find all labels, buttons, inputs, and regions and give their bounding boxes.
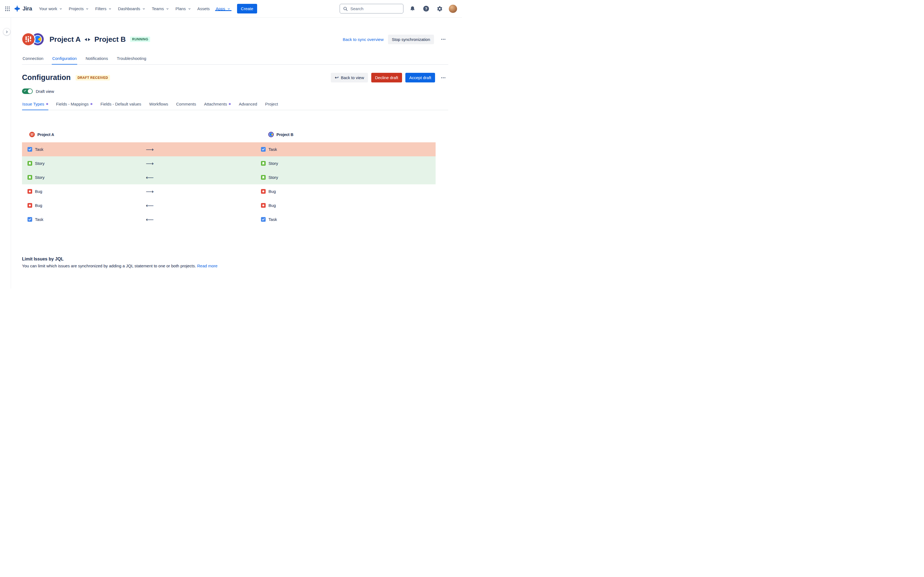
subtab-issue-types[interactable]: Issue Types <box>22 102 48 110</box>
jira-logo[interactable]: Jira <box>14 5 32 12</box>
search-icon <box>343 6 348 11</box>
nav-item-plans[interactable]: Plans <box>173 6 194 11</box>
global-search <box>339 4 404 13</box>
tab-notifications[interactable]: Notifications <box>85 56 108 64</box>
sync-more-actions-button[interactable] <box>438 35 448 44</box>
draft-view-toggle[interactable] <box>22 89 33 94</box>
settings-button[interactable] <box>435 4 444 13</box>
subtab-fields-mappings[interactable]: Fields - Mappings <box>56 102 93 110</box>
tab-label: Troubleshooting <box>117 56 146 61</box>
mapping-left-cell: Story <box>22 161 145 166</box>
subtab-label: Attachments <box>204 102 227 106</box>
issue-type-label: Bug <box>35 203 42 208</box>
search-input[interactable] <box>351 6 400 11</box>
jql-heading: Limit Issues by JQL <box>22 256 448 261</box>
subtab-fields-default-values[interactable]: Fields - Default values <box>100 102 141 110</box>
mapping-left-cell: Bug <box>22 203 145 208</box>
story-icon <box>27 175 32 180</box>
tab-connection[interactable]: Connection <box>22 56 44 64</box>
left-rail <box>0 18 11 288</box>
toggle-knob <box>28 89 32 93</box>
subtab-workflows[interactable]: Workflows <box>149 102 169 110</box>
check-icon <box>24 89 26 92</box>
jql-section: Limit Issues by JQL You can limit which … <box>22 256 448 268</box>
user-avatar[interactable] <box>449 5 457 13</box>
sync-direction-right-arrow: ⟶ <box>145 189 261 194</box>
back-to-view-button[interactable]: ↩ Back to view <box>331 73 368 82</box>
sync-direction-right-arrow: ⟶ <box>145 161 261 166</box>
subtab-label: Issue Types <box>22 102 44 106</box>
project-a-avatar <box>22 33 35 46</box>
chevron-down-icon <box>108 7 112 11</box>
sync-direction-left-arrow: ⟵ <box>145 203 261 208</box>
draft-view-label: Draft view <box>36 89 54 94</box>
subtab-advanced[interactable]: Advanced <box>238 102 257 110</box>
project-avatars <box>22 33 44 46</box>
mapping-row[interactable]: Task⟵Task <box>22 213 436 226</box>
read-more-link[interactable]: Read more <box>197 263 218 268</box>
mapping-row[interactable]: Story⟶Story <box>22 156 436 170</box>
changes-dot-icon <box>46 103 48 105</box>
issue-type-label: Task <box>35 217 44 222</box>
ellipsis-icon <box>441 75 446 81</box>
jql-description-text: You can limit which issues are synchroni… <box>22 263 196 268</box>
mapping-row[interactable]: Task⟶Task <box>22 142 436 156</box>
mapping-row[interactable]: Story⟵Story <box>22 170 436 184</box>
configuration-header: Configuration DRAFT RECEIVED ↩ Back to v… <box>22 73 448 82</box>
subtab-label: Fields - Mappings <box>56 102 89 106</box>
task-icon <box>261 147 266 152</box>
tab-configuration[interactable]: Configuration <box>52 56 77 64</box>
nav-item-assets[interactable]: Assets <box>194 6 213 11</box>
app-grid-icon <box>5 6 10 12</box>
configuration-heading: Configuration <box>22 73 71 82</box>
page-title: Project A Project B <box>50 35 126 44</box>
nav-item-filters[interactable]: Filters <box>92 6 115 11</box>
chevron-down-icon <box>187 7 191 11</box>
mapping-row[interactable]: Bug⟵Bug <box>22 198 436 213</box>
mapping-right-cell: Task <box>261 147 436 152</box>
app-switcher-button[interactable] <box>3 4 12 13</box>
help-button[interactable]: ? <box>422 4 431 13</box>
project-b-name: Project B <box>94 35 126 44</box>
changes-dot-icon <box>90 103 92 105</box>
project-a-avatar-small <box>29 132 35 137</box>
create-button[interactable]: Create <box>237 4 257 13</box>
primary-nav: Your workProjectsFiltersDashboardsTeamsP… <box>36 6 234 11</box>
decline-draft-button[interactable]: Decline draft <box>371 73 402 82</box>
nav-item-projects[interactable]: Projects <box>66 6 92 11</box>
subtab-comments[interactable]: Comments <box>176 102 196 110</box>
nav-item-label: Teams <box>152 6 164 11</box>
subtab-label: Comments <box>176 102 196 106</box>
bug-icon <box>261 203 266 208</box>
config-more-actions-button[interactable] <box>438 73 448 82</box>
issue-type-label: Task <box>268 217 277 222</box>
back-to-sync-overview-link[interactable]: Back to sync overview <box>342 37 383 42</box>
stop-synchronization-button[interactable]: Stop synchronization <box>388 35 434 44</box>
subtab-attachments[interactable]: Attachments <box>204 102 231 110</box>
nav-item-apps[interactable]: Apps <box>213 6 234 11</box>
chevron-down-icon <box>85 7 89 11</box>
subtab-project[interactable]: Project <box>265 102 278 110</box>
nav-item-teams[interactable]: Teams <box>149 6 173 11</box>
subtab-label: Workflows <box>149 102 168 106</box>
mapping-row[interactable]: Bug⟶Bug <box>22 184 436 198</box>
return-arrow-icon: ↩ <box>335 75 339 80</box>
project-b-avatar-small <box>268 132 274 137</box>
project-a-column-label: Project A <box>37 132 54 137</box>
mapping-right-cell: Task <box>261 217 436 222</box>
issue-type-label: Story <box>268 161 278 166</box>
project-a-column-header: Project A <box>22 132 261 137</box>
tab-troubleshooting[interactable]: Troubleshooting <box>116 56 147 64</box>
accept-draft-button[interactable]: Accept draft <box>405 73 435 82</box>
subtab-label: Fields - Default values <box>100 102 141 106</box>
chevron-down-icon <box>142 7 146 11</box>
tab-label: Configuration <box>52 56 77 61</box>
expand-sidebar-button[interactable] <box>3 28 10 35</box>
tab-label: Connection <box>23 56 44 61</box>
mapping-left-cell: Task <box>22 217 145 222</box>
nav-item-your-work[interactable]: Your work <box>36 6 66 11</box>
nav-item-dashboards[interactable]: Dashboards <box>115 6 149 11</box>
nav-item-label: Projects <box>69 6 84 11</box>
notifications-button[interactable] <box>408 4 417 13</box>
issue-type-label: Task <box>35 147 44 152</box>
